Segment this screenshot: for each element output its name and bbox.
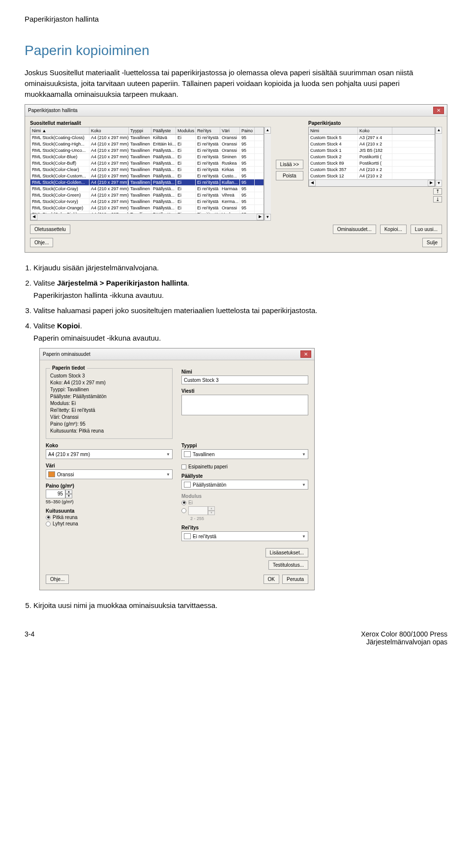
punch-swatch-icon <box>184 533 191 539</box>
color-label: Väri <box>46 463 173 468</box>
table-row[interactable]: Custom Stock 2Postikortti ( <box>309 154 435 160</box>
help-button[interactable]: Ohje... <box>46 575 69 584</box>
library-table[interactable]: NimiKoko Custom Stock 5A3 (297 x 4Custom… <box>308 127 435 187</box>
new-button[interactable]: Luo uusi... <box>411 225 442 234</box>
orient-short-radio[interactable]: Lyhyt reuna <box>46 521 173 526</box>
chevron-down-icon[interactable]: ▼ <box>65 494 72 498</box>
message-label: Viesti <box>181 388 308 394</box>
table-row[interactable]: RML Stock(Color-Gray)A4 (210 x 297 mm)Ta… <box>30 186 264 192</box>
table-row[interactable]: RML Stock(Color-Custom...A4 (210 x 297 m… <box>30 173 264 179</box>
table-row[interactable]: RML Stock(Color-Blue)A4 (210 x 297 mm)Ta… <box>30 154 264 160</box>
recommended-label: Suositellut materiaalit <box>30 120 271 126</box>
modulus-yes-radio: ▲▼ <box>181 506 308 515</box>
size-label: Koko <box>46 443 173 448</box>
dialog-paper-properties: Paperin ominaisuudet ✕ Paperin tiedot Cu… <box>39 348 315 590</box>
testprint-button[interactable]: Testitulostus... <box>268 560 308 570</box>
h-scrollbar-right[interactable]: ◀▶ <box>309 179 435 186</box>
info-punch: Rei'itetty: Ei rei'itystä <box>50 407 168 414</box>
table-row[interactable]: RML Stock(Color-Clear)A4 (210 x 297 mm)T… <box>30 167 264 173</box>
name-input[interactable]: Custom Stock 3 <box>181 376 308 384</box>
section-title: Paperin kopioiminen <box>25 43 447 58</box>
ok-button[interactable]: OK <box>264 575 279 584</box>
groupbox-title: Paperin tiedot <box>50 365 87 371</box>
cancel-button[interactable]: Peruuta <box>282 575 308 584</box>
weight-spinner[interactable]: 95 ▲▼ <box>46 490 173 498</box>
remove-button[interactable]: Poista <box>276 171 303 180</box>
punch-dropdown[interactable]: Ei rei'itystä▼ <box>181 531 308 541</box>
add-button[interactable]: Lisää >> <box>276 160 303 169</box>
type-dropdown[interactable]: Tavallinen▼ <box>181 449 308 459</box>
size-dropdown[interactable]: A4 (210 x 297 mm)▼ <box>46 449 173 459</box>
coat-dropdown[interactable]: Päällystämätön▼ <box>181 480 308 490</box>
info-name: Custom Stock 3 <box>50 373 168 379</box>
close-button[interactable]: Sulje <box>422 238 442 247</box>
recommended-table[interactable]: Nimi ▲KokoTyyppiPäällysteModulusRei'itys… <box>30 127 264 221</box>
chevron-down-icon: ▼ <box>166 452 170 457</box>
info-mod: Modulus: Ei <box>50 400 168 407</box>
type-label: Tyyppi <box>181 443 308 448</box>
table-row[interactable]: RML Stock(Color-Pink)A4 (210 x 297 mm)Ta… <box>30 211 264 213</box>
table-row[interactable]: Custom Stock 357A4 (210 x 2 <box>309 167 435 173</box>
table-row[interactable]: RML Stock(Coating-High...A4 (210 x 297 m… <box>30 141 264 147</box>
chevron-down-icon: ▼ <box>166 472 170 477</box>
move-bottom-icon[interactable]: ⤓ <box>433 196 442 203</box>
dialog2-title: Paperin ominaisuudet <box>43 351 90 357</box>
step-4: Valitse Kopioi. Paperin ominaisuudet -ik… <box>33 320 447 343</box>
chevron-down-icon: ▼ <box>302 452 306 457</box>
coat-swatch-icon <box>184 482 191 488</box>
default-layout-button[interactable]: Oletusasettelu <box>30 225 70 234</box>
chevron-up-icon[interactable]: ▲ <box>65 490 72 494</box>
name-label: Nimi <box>181 369 308 375</box>
v-scrollbar-right[interactable]: ▲▼ <box>435 127 442 187</box>
table-row[interactable]: RML Stock(Color-Orange)A4 (210 x 297 mm)… <box>30 205 264 211</box>
v-scrollbar[interactable]: ▲▼ <box>264 127 271 221</box>
color-dropdown[interactable]: Oranssi▼ <box>46 469 173 479</box>
table-row[interactable]: RML Stock(Color-Ivory)A4 (210 x 297 mm)T… <box>30 199 264 205</box>
move-top-icon[interactable]: ⤒ <box>433 188 442 195</box>
modulus-no-radio: Ei <box>181 500 308 505</box>
copy-button[interactable]: Kopioi... <box>380 225 407 234</box>
h-scrollbar[interactable]: ◀▶ <box>30 213 264 220</box>
weight-label: Paino (g/m²) <box>46 483 173 489</box>
close-icon[interactable]: ✕ <box>433 107 444 114</box>
help-button[interactable]: Ohje... <box>30 238 53 247</box>
table-row[interactable]: RML Stock(Coating-Unco...A4 (210 x 297 m… <box>30 147 264 154</box>
table-row[interactable]: RML Stock(Color-Green)A4 (210 x 297 mm)T… <box>30 192 264 199</box>
preprinted-checkbox[interactable]: Esipainettu paperi <box>181 464 308 469</box>
info-orient: Kuitusuunta: Pitkä reuna <box>50 428 168 434</box>
paper-info-group: Paperin tiedot Custom Stock 3 Koko: A4 (… <box>46 368 173 439</box>
message-textarea[interactable] <box>181 395 308 415</box>
info-coat: Päällyste: Päällystämätön <box>50 393 168 400</box>
close-icon[interactable]: ✕ <box>300 350 311 358</box>
guide-name: Järjestelmänvalvojan opas <box>361 638 447 646</box>
table-row[interactable]: RML Stock(Color-Buff)A4 (210 x 297 mm)Ta… <box>30 160 264 167</box>
library-label: Paperikirjasto <box>308 120 442 126</box>
info-type: Tyyppi: Tavallinen <box>50 386 168 393</box>
step-5: Kirjoita uusi nimi ja muokkaa ominaisuuk… <box>33 600 447 610</box>
info-size: Koko: A4 (210 x 297 mm) <box>50 379 168 386</box>
table-row[interactable]: Custom Stock 5A3 (297 x 4 <box>309 135 435 141</box>
step-1: Kirjaudu sisään järjestelmänvalvojana. <box>33 262 447 273</box>
table-row[interactable]: Custom Stock 89Postikortti ( <box>309 160 435 167</box>
chevron-down-icon: ▼ <box>302 534 306 539</box>
table-row[interactable]: Custom Stock 4A4 (210 x 2 <box>309 141 435 147</box>
step-2: Valitse Järjestelmä > Paperikirjaston ha… <box>33 278 447 300</box>
intro-paragraph: Joskus Suositellut materiaalit -luettelo… <box>25 67 447 99</box>
modulus-range: 2 - 255 <box>190 516 308 521</box>
table-row[interactable]: Custom Stock 12A4 (210 x 2 <box>309 173 435 179</box>
modulus-label: Modulus <box>181 493 308 499</box>
properties-button[interactable]: Ominaisuudet... <box>333 225 376 234</box>
table-row[interactable]: RML Stock(Coating-Gloss)A4 (210 x 297 mm… <box>30 135 264 141</box>
page-number: 3-4 <box>25 630 34 646</box>
step-3: Valitse haluamasi paperi joko suositeltu… <box>33 305 447 316</box>
product-name: Xerox Color 800/1000 Press <box>361 630 447 638</box>
orient-long-radio[interactable]: Pitkä reuna <box>46 515 173 520</box>
table-row[interactable]: Custom Stock 1JIS B5 (182 <box>309 147 435 154</box>
chevron-down-icon: ▼ <box>302 483 306 487</box>
advanced-button[interactable]: Lisäasetukset... <box>266 548 308 557</box>
running-header: Paperikirjaston hallinta <box>25 15 447 23</box>
info-weight: Paino (g/m²): 95 <box>50 421 168 428</box>
table-row[interactable]: RML Stock(Color-Golden...A4 (210 x 297 m… <box>30 179 264 186</box>
weight-range: 55–350 (g/m²) <box>46 499 173 504</box>
coat-label: Päällyste <box>181 473 308 479</box>
